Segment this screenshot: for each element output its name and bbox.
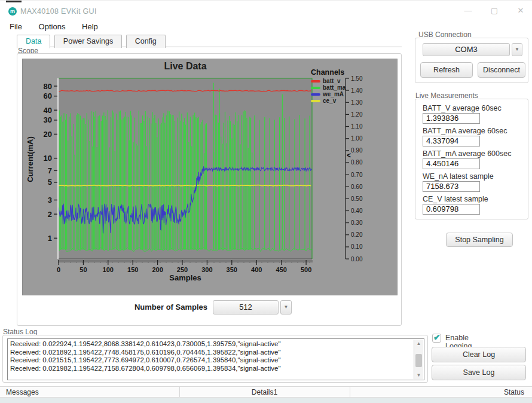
menu-bar: File Options Help: [10, 22, 112, 33]
usb-connection-group: COM3 ▼ Refresh Disconnect: [415, 38, 528, 83]
scrollbar-thumb[interactable]: [415, 354, 422, 367]
svg-text:0.00: 0.00: [351, 256, 363, 262]
com-port-dropdown-arrow-icon[interactable]: ▼: [512, 43, 522, 56]
log-lines: Received: 0.022924,1.195422,8068.338142,…: [10, 340, 412, 373]
scroll-down-icon[interactable]: ▼: [414, 373, 423, 378]
com-port-select[interactable]: COM3: [423, 43, 510, 56]
log-line: Received: 0.021892,1.195422,7748.458175,…: [10, 349, 412, 357]
chart-title: Live Data: [59, 61, 312, 72]
number-of-samples-dropdown-arrow-icon[interactable]: ▼: [280, 300, 292, 315]
log-scrollbar[interactable]: ▲ ▼: [414, 340, 423, 379]
svg-text:0: 0: [57, 266, 60, 273]
tab-power-savings[interactable]: Power Savings: [54, 35, 122, 48]
log-textarea[interactable]: Received: 0.022924,1.195422,8068.338142,…: [7, 338, 424, 380]
svg-text:150: 150: [127, 266, 138, 273]
ce-v-value[interactable]: 0.609798: [423, 204, 480, 215]
tab-bar: Data Power Savings Config: [17, 34, 402, 47]
number-of-samples-row: Number of Samples 512 ▼: [17, 300, 402, 316]
enable-logging-checkbox[interactable]: ✔: [432, 334, 441, 343]
ce-v-swatch-icon: [311, 100, 320, 102]
svg-text:1.30: 1.30: [351, 99, 363, 106]
batt-ma-swatch-icon: [311, 87, 320, 89]
titlebar: m MAX40108 EVKit GUI — ▢ ✕: [0, 2, 532, 18]
number-of-samples-select[interactable]: 512: [213, 300, 279, 315]
legend-item-batt-v: batt_v: [311, 78, 346, 84]
status-log-group: Received: 0.022924,1.195422,8068.338142,…: [2, 335, 428, 383]
menu-options[interactable]: Options: [39, 22, 66, 31]
status-bar-divider: [350, 387, 350, 397]
batt-v-swatch-icon: [311, 80, 320, 83]
svg-text:0.10: 0.10: [351, 243, 363, 250]
svg-text:200: 200: [152, 266, 163, 273]
tab-config[interactable]: Config: [126, 35, 166, 48]
batt-ma-600s-label: BATT_mA average 600sec: [423, 149, 511, 158]
svg-text:1: 1: [48, 234, 52, 243]
svg-text:0.40: 0.40: [351, 207, 363, 214]
svg-text:0.30: 0.30: [351, 219, 363, 226]
legend-item-batt-ma: batt_ma: [311, 84, 346, 91]
ce-v-label: CE_V latest sample: [423, 195, 488, 203]
we-na-value[interactable]: 7158.673: [423, 181, 480, 192]
svg-text:1.40: 1.40: [351, 87, 363, 94]
svg-text:450: 450: [276, 266, 287, 273]
svg-text:60: 60: [44, 91, 52, 100]
clear-log-button[interactable]: Clear Log: [432, 347, 526, 362]
number-of-samples-label: Number of Samples: [39, 303, 207, 312]
status-bar-divider: [179, 387, 180, 397]
app-logo-icon: m: [8, 7, 17, 16]
we-na-label: WE_nA latest sample: [423, 172, 494, 181]
svg-text:50: 50: [80, 266, 87, 273]
svg-text:1.50: 1.50: [351, 75, 363, 82]
svg-text:30: 30: [44, 115, 52, 124]
svg-text:80: 80: [44, 82, 52, 91]
maximize-button[interactable]: ▢: [485, 6, 503, 15]
svg-text:<: <: [347, 151, 351, 160]
svg-text:1.10: 1.10: [351, 123, 363, 130]
svg-text:10: 10: [44, 154, 52, 163]
live-measurements-group: BATT_V average 60sec 1.393836 BATT_mA av…: [415, 99, 528, 219]
svg-text:300: 300: [201, 266, 212, 273]
svg-text:0.20: 0.20: [351, 231, 363, 238]
batt-ma-60s-value[interactable]: 4.337094: [423, 136, 480, 146]
checkmark-icon: ✔: [433, 332, 441, 342]
app-window: m MAX40108 EVKit GUI — ▢ ✕ File Options …: [0, 0, 532, 403]
svg-text:0.50: 0.50: [351, 196, 363, 202]
save-log-button[interactable]: Save Log: [432, 365, 526, 380]
batt-v-60s-value[interactable]: 1.393836: [423, 113, 480, 124]
svg-text:100: 100: [103, 266, 114, 273]
svg-text:0.80: 0.80: [351, 159, 363, 166]
legend-title: Channels: [311, 68, 346, 77]
x-axis-label: Samples: [59, 273, 312, 282]
scroll-up-icon[interactable]: ▲: [414, 341, 423, 346]
svg-text:500: 500: [301, 266, 311, 273]
log-line: Received: 0.022924,1.195422,8068.338142,…: [10, 340, 412, 349]
svg-text:0.70: 0.70: [351, 172, 363, 178]
close-button[interactable]: ✕: [512, 6, 530, 15]
svg-text:5: 5: [48, 178, 52, 187]
svg-text:3: 3: [48, 196, 52, 204]
svg-text:2: 2: [48, 210, 52, 219]
svg-text:1.00: 1.00: [351, 135, 363, 142]
chart-legend: Channels batt_v batt_ma we_mA ce_v: [311, 68, 346, 104]
refresh-button[interactable]: Refresh: [420, 62, 473, 78]
svg-text:350: 350: [227, 266, 237, 273]
status-bar-messages: Messages: [6, 388, 39, 396]
batt-ma-600s-value[interactable]: 4.450146: [423, 158, 480, 169]
menu-file[interactable]: File: [10, 22, 22, 31]
status-bar-status: Status: [350, 388, 524, 396]
status-bar-details: Details1: [179, 388, 350, 396]
svg-text:7: 7: [48, 166, 52, 175]
status-bar: Messages Details1 Status: [0, 386, 532, 398]
svg-text:40: 40: [44, 106, 52, 115]
svg-text:250: 250: [177, 266, 188, 273]
minimize-button[interactable]: —: [459, 6, 477, 15]
menu-help[interactable]: Help: [82, 22, 98, 31]
live-data-chart: 8060403020107532105010015020025030035040…: [22, 59, 398, 295]
legend-item-ce-v: ce_v: [311, 97, 346, 104]
window-title: MAX40108 EVKit GUI: [20, 7, 97, 16]
y-axis-label: Current(mA): [26, 100, 35, 219]
log-line: Received: 0.021982,1.195422,7158.672804,…: [10, 365, 412, 373]
svg-text:20: 20: [44, 130, 52, 139]
disconnect-button[interactable]: Disconnect: [478, 62, 525, 78]
stop-sampling-button[interactable]: Stop Sampling: [446, 233, 513, 247]
